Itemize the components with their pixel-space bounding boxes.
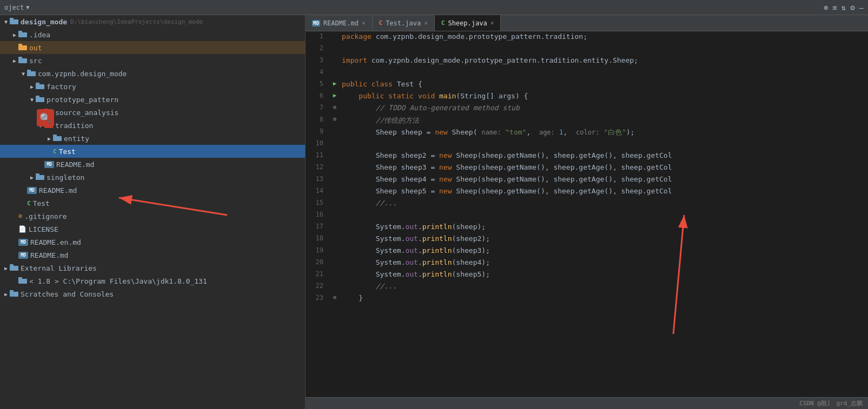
svg-rect-18: [53, 136, 62, 141]
svg-rect-13: [36, 96, 39, 98]
sidebar-item-label: README.md: [39, 186, 77, 195]
sidebar-item-label: tradition: [55, 122, 93, 130]
status-bar: CSDN @殷丿 grd_志鹏: [306, 397, 868, 409]
code-line-19: 19 System.out.println(sheep3);: [306, 245, 868, 257]
expand-arrow: [11, 225, 18, 233]
sidebar-item-com[interactable]: com.yzpnb.design_mode: [0, 67, 305, 80]
svg-rect-0: [10, 19, 18, 24]
expand-arrow: [2, 290, 10, 298]
sidebar-item-readme-proto[interactable]: MD README.md: [0, 158, 305, 171]
tab-label: Test.java: [386, 19, 421, 27]
tab-close-sheep[interactable]: ✕: [491, 19, 494, 26]
watermark: CSDN @殷丿 grd_志鹏: [799, 399, 863, 407]
sidebar-item-license[interactable]: 📄 LICENSE: [0, 223, 305, 236]
code-line-23: 23 ⊕ }: [306, 293, 868, 305]
minimize-icon[interactable]: —: [859, 3, 864, 12]
svg-rect-7: [18, 57, 22, 59]
sort-icon[interactable]: ⇅: [842, 3, 846, 12]
sidebar-item-test-root[interactable]: C Test: [0, 197, 305, 210]
expand-arrow: [19, 70, 27, 77]
code-line-10: 10: [306, 138, 868, 150]
folder-icon: [18, 277, 27, 285]
sidebar-item-idea[interactable]: .idea: [0, 28, 305, 41]
svg-rect-20: [36, 175, 44, 180]
tab-close-readme[interactable]: ✕: [362, 19, 366, 26]
sidebar-item-gitignore[interactable]: ⊘ .gitignore: [0, 210, 305, 223]
dropdown-arrow[interactable]: ▼: [26, 4, 29, 10]
code-content[interactable]: 1 package com.yzpnb.design_mode.prototyp…: [306, 31, 868, 397]
folder-icon: [27, 70, 36, 78]
expand-arrow: [28, 96, 36, 103]
project-path: D:\biancheng\IdeaProjects\design_mode: [70, 18, 203, 25]
tab-close-test[interactable]: ✕: [424, 19, 428, 26]
sidebar-item-out[interactable]: out: [0, 41, 305, 54]
expand-arrow: [11, 277, 18, 285]
tab-readme[interactable]: MD README.md ✕: [306, 15, 373, 31]
sidebar-item-label: External Libraries: [21, 264, 97, 272]
sidebar-item-test[interactable]: C Test: [0, 145, 305, 158]
sidebar-item-factory[interactable]: factory: [0, 80, 305, 93]
tab-bar: MD README.md ✕ C Test.java ✕ C Sheep.jav…: [306, 15, 868, 31]
sidebar-item-scratches[interactable]: Scratches and Consoles: [0, 287, 305, 300]
folder-icon: [18, 57, 27, 65]
code-line-3: 3 import com.yzpnb.design_mode.prototype…: [306, 55, 868, 67]
tab-icon-java: C: [379, 19, 383, 26]
md-icon: MD: [44, 161, 54, 168]
sidebar-item-project-root[interactable]: design_mode D:\biancheng\IdeaProjects\de…: [0, 15, 305, 28]
folder-icon: [53, 135, 62, 143]
md-icon: MD: [27, 187, 37, 194]
sidebar-item-ext-libs[interactable]: External Libraries: [0, 262, 305, 274]
svg-rect-24: [18, 279, 27, 284]
code-line-21: 21 System.out.println(sheep5);: [306, 269, 868, 281]
svg-rect-8: [27, 71, 36, 76]
svg-rect-11: [36, 83, 39, 85]
code-line-1: 1 package com.yzpnb.design_mode.prototyp…: [306, 31, 868, 43]
tab-sheepjava[interactable]: C Sheep.java ✕: [435, 15, 501, 31]
sidebar-item-label: Scratches and Consoles: [21, 290, 114, 298]
project-label: oject: [4, 4, 24, 11]
tab-testjava[interactable]: C Test.java ✕: [373, 15, 435, 31]
tab-icon-java: C: [441, 19, 445, 26]
editor-area: MD README.md ✕ C Test.java ✕ C Sheep.jav…: [306, 15, 868, 409]
git-icon: ⊘: [18, 212, 22, 220]
md-icon: MD: [18, 239, 28, 246]
expand-icon[interactable]: ≡: [832, 3, 837, 12]
sidebar-item-entity[interactable]: entity: [0, 132, 305, 145]
sidebar-item-prototype[interactable]: prototype_pattern: [0, 93, 305, 106]
expand-arrow: [37, 109, 44, 116]
code-line-22: 22 //...: [306, 281, 868, 293]
locate-icon[interactable]: ⊕: [824, 3, 828, 12]
svg-rect-2: [18, 32, 27, 37]
sidebar-item-label: .gitignore: [24, 212, 67, 220]
sidebar-item-readme-en[interactable]: MD README.en.md: [0, 236, 305, 249]
svg-rect-26: [10, 292, 18, 297]
java-icon: C: [53, 148, 57, 155]
folder-icon: [36, 83, 44, 91]
svg-rect-22: [10, 266, 18, 271]
sidebar-item-readme-root[interactable]: MD README.md: [0, 184, 305, 197]
folder-icon: [18, 31, 27, 39]
sidebar-item-label: prototype_pattern: [47, 96, 118, 104]
svg-rect-21: [36, 173, 39, 176]
sidebar-item-singleton[interactable]: singleton: [0, 171, 305, 184]
svg-rect-15: [44, 109, 48, 111]
expand-arrow: [2, 264, 10, 272]
sidebar-item-jdk[interactable]: < 1.8 > C:\Program Files\Java\jdk1.8.0_1…: [0, 274, 305, 287]
sidebar-item-label: README.md: [30, 251, 68, 259]
svg-rect-5: [18, 44, 22, 46]
sidebar-item-src[interactable]: src: [0, 54, 305, 67]
code-line-7: 7 ⊕ // TODO Auto-generated method stub: [306, 103, 868, 115]
expand-arrow: [28, 83, 36, 90]
svg-rect-4: [18, 45, 27, 50]
sidebar-item-readme[interactable]: MD README.md: [0, 249, 305, 262]
sidebar-item-source[interactable]: source_analysis: [0, 106, 305, 119]
sidebar-item-tradition[interactable]: tradition: [0, 119, 305, 132]
sidebar-item-label: out: [29, 44, 42, 52]
sidebar-item-label: LICENSE: [29, 225, 58, 233]
sidebar-item-label: factory: [47, 83, 76, 91]
file-icon: 📄: [18, 225, 26, 233]
code-line-9: 9 Sheep sheep = new Sheep( name: "tom", …: [306, 126, 868, 138]
settings-icon[interactable]: ⚙: [850, 3, 854, 12]
code-line-14: 14 Sheep sheep5 = new Sheep(sheep.getNam…: [306, 186, 868, 198]
expand-arrow: [11, 31, 18, 38]
